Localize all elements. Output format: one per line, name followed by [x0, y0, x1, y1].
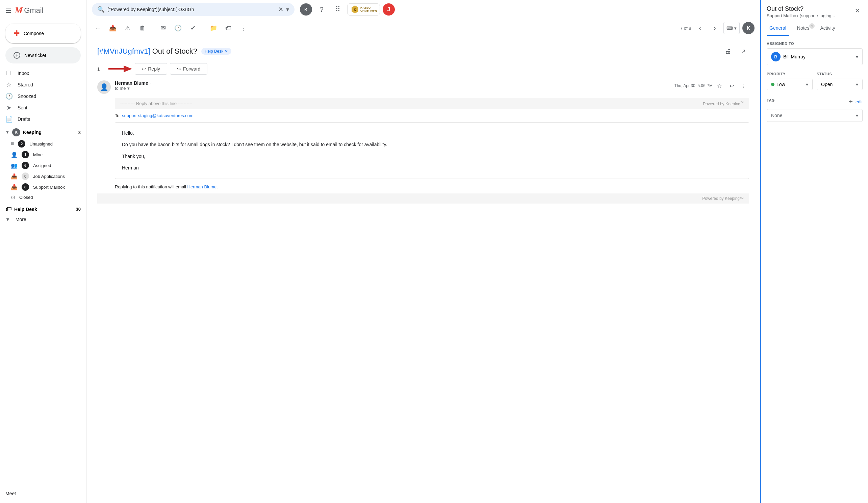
email-content: [#MVnJUgfmv1] Out of Stock? Help Desk ✕ …: [86, 37, 760, 503]
search-dropdown-icon[interactable]: ▾: [286, 6, 289, 13]
email-subject-text: Out of Stock?: [152, 47, 197, 55]
open-in-new-button[interactable]: ↗: [737, 45, 749, 57]
more-msg-button[interactable]: ⋮: [738, 80, 749, 91]
panel-close-button[interactable]: ✕: [852, 6, 862, 16]
page-info: 7 of 8: [680, 26, 691, 31]
to-email-link[interactable]: support-staging@katsuventures.com: [122, 113, 194, 118]
back-button[interactable]: ←: [92, 22, 104, 34]
mark-read-button[interactable]: ✉: [157, 22, 169, 34]
search-clear-icon[interactable]: ✕: [278, 6, 283, 13]
katsu-logo[interactable]: K KATSUVENTURES: [347, 3, 380, 15]
tag-close-icon[interactable]: ✕: [225, 49, 228, 54]
panel-title: Out of Stock?: [767, 6, 852, 12]
ticket-id: [#MVnJUgfmv1]: [97, 47, 150, 55]
apps-icon[interactable]: ⠿: [331, 3, 344, 16]
add-tag-button[interactable]: +: [846, 97, 856, 106]
panel-subtitle: Support Mailbox (support-staging...: [767, 13, 852, 18]
keeping-logo-icon: K: [12, 128, 20, 136]
reply-msg-button[interactable]: ↩: [726, 80, 737, 91]
tag-header: TAG + edit: [767, 97, 862, 106]
sidebar-item-snoozed[interactable]: 🕐 Snoozed: [0, 91, 81, 102]
spam-button[interactable]: ⚠: [122, 22, 134, 34]
sidebar-item-label: Unassigned: [29, 142, 53, 147]
star-button[interactable]: ☆: [714, 80, 725, 91]
powered-footer-text: Powered by Keeping™: [702, 196, 744, 201]
subject-actions: 🖨 ↗: [722, 45, 749, 57]
sidebar-item-job-applications[interactable]: 📥 0 Job Applications: [6, 171, 81, 182]
inbox-tray-icon: 📥: [11, 173, 18, 180]
tab-general-label: General: [769, 25, 786, 31]
help-desk-tag[interactable]: Help Desk ✕: [201, 48, 231, 55]
sidebar-item-unassigned[interactable]: ≡ 2 Unassigned: [6, 138, 81, 149]
status-field-group: STATUS Open ▾: [817, 72, 862, 90]
reply-divider-text: ---------- Reply above this line -------…: [120, 101, 193, 106]
keeping-compose-icon[interactable]: K: [742, 22, 755, 34]
help-button[interactable]: ?: [315, 3, 328, 16]
forward-icon: ↪: [177, 66, 181, 72]
compose-button[interactable]: ✚ Compose: [6, 24, 81, 43]
sidebar-item-mine[interactable]: 👤 1 Mine: [6, 149, 81, 160]
sidebar-item-inbox[interactable]: ☐ Inbox: [0, 67, 81, 79]
gmail-label: Gmail: [24, 6, 43, 15]
forward-button[interactable]: ↪ Forward: [170, 63, 207, 75]
body-question: Do you have the bacon bits for small dog…: [122, 141, 742, 148]
search-input[interactable]: [107, 7, 276, 12]
priority-label: PRIORITY: [767, 72, 813, 76]
star-icon: ☆: [6, 81, 12, 88]
herman-blume-link[interactable]: Herman Blume: [187, 184, 217, 189]
reply-label: Reply: [148, 66, 160, 72]
move-button[interactable]: 📁: [207, 22, 219, 34]
email-subject: [#MVnJUgfmv1] Out of Stock?: [97, 47, 197, 56]
archive-button[interactable]: 📥: [107, 22, 119, 34]
keeping-header[interactable]: ▼ K Keeping 8: [0, 126, 86, 138]
keeping-section: ▼ K Keeping 8 ≡ 2 Unassigned 👤 1 Mine 👥 …: [0, 126, 86, 202]
new-ticket-button[interactable]: + New ticket: [6, 47, 81, 63]
tag-chevron-icon: ▾: [856, 113, 858, 118]
snooze-button[interactable]: 🕐: [172, 22, 184, 34]
next-button[interactable]: ›: [709, 22, 721, 34]
priority-chevron-icon: ▾: [806, 82, 808, 87]
panel-tabs: General Notes 1 Activity: [761, 21, 868, 36]
hamburger-icon[interactable]: ☰: [6, 7, 11, 14]
keeping-topbar-icon[interactable]: K: [300, 3, 312, 15]
powered-by-keeping: Powered by Keeping™: [703, 101, 744, 106]
user-avatar[interactable]: J: [383, 3, 395, 15]
sidebar-item-label: Snoozed: [18, 94, 75, 99]
sidebar-item-closed[interactable]: ⊙ Closed: [6, 192, 81, 202]
compose-label: Compose: [24, 31, 44, 36]
delete-button[interactable]: 🗑: [136, 22, 148, 34]
sidebar-item-help-desk[interactable]: 🏷 Help Desk 30: [0, 203, 86, 215]
tag-select[interactable]: None ▾: [767, 109, 862, 122]
prev-button[interactable]: ‹: [694, 22, 706, 34]
chevron-down-icon: ▼: [6, 217, 10, 222]
panel-body: ASSIGNED TO B Bill Murray ▾ PRIORITY Low…: [761, 36, 868, 503]
sidebar-item-drafts[interactable]: 📄 Drafts: [0, 113, 81, 125]
sidebar-item-label: Assigned: [33, 163, 51, 168]
priority-select[interactable]: Low ▾: [767, 78, 813, 90]
priority-value: Low: [776, 82, 804, 87]
more-button[interactable]: ⋮: [237, 22, 249, 34]
sidebar-item-starred[interactable]: ☆ Starred: [0, 79, 81, 91]
task-button[interactable]: ✔: [187, 22, 199, 34]
assigned-to-field[interactable]: B Bill Murray ▾: [767, 48, 862, 65]
sidebar-item-sent[interactable]: ➤ Sent: [0, 102, 81, 113]
job-applications-badge: 0: [22, 172, 29, 180]
sidebar-item-more[interactable]: ▼ More: [0, 215, 86, 224]
tab-notes[interactable]: Notes 1: [794, 21, 812, 36]
keyboard-button[interactable]: ⌨ ▾: [723, 22, 740, 34]
label-button[interactable]: 🏷: [222, 22, 234, 34]
status-select[interactable]: Open ▾: [817, 78, 862, 90]
sidebar-item-support-mailbox[interactable]: 📥 8 Support Mailbox: [6, 182, 81, 192]
reply-button[interactable]: ↩ Reply: [135, 63, 167, 75]
tag-edit-button[interactable]: edit: [856, 99, 862, 104]
help-desk-tag-label: Help Desk: [205, 49, 223, 54]
sidebar-item-assigned[interactable]: 👥 6 Assigned: [6, 160, 81, 171]
tab-general[interactable]: General: [767, 21, 789, 36]
print-button[interactable]: 🖨: [722, 45, 734, 57]
tab-activity[interactable]: Activity: [817, 21, 838, 36]
search-icon: 🔍: [97, 6, 105, 13]
keeping-sub-nav: ≡ 2 Unassigned 👤 1 Mine 👥 6 Assigned 📥 0…: [0, 138, 86, 202]
search-box[interactable]: 🔍 ✕ ▾: [92, 3, 294, 16]
assigned-to-label: ASSIGNED TO: [767, 42, 862, 45]
to-me-dropdown[interactable]: to me ▾: [115, 86, 670, 91]
